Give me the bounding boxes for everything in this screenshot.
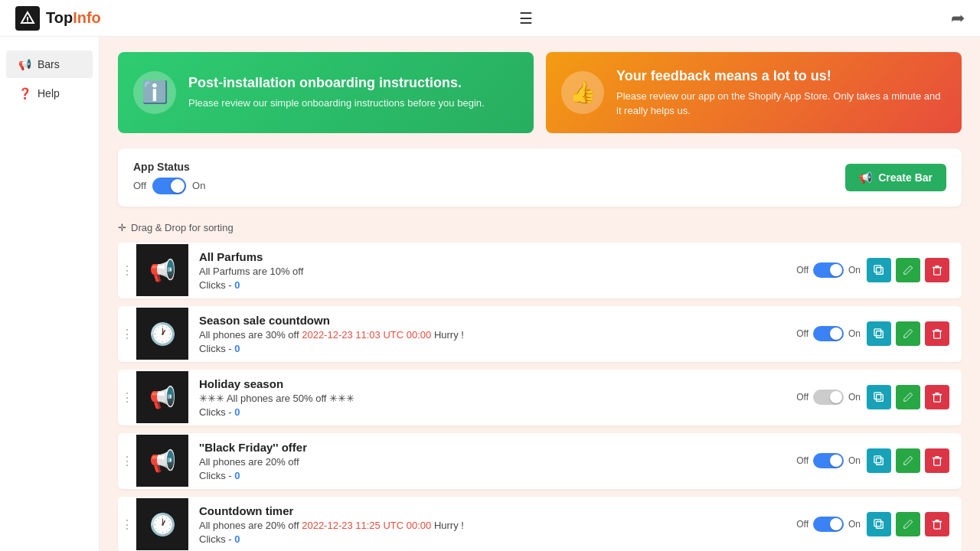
bar-off-label: Off — [796, 265, 808, 276]
drag-handle[interactable]: ⋮ — [118, 390, 136, 405]
bar-clicks: Clicks - 0 — [199, 533, 773, 545]
bar-on-label: On — [848, 455, 861, 466]
svg-rect-1 — [27, 17, 28, 21]
action-buttons — [867, 321, 949, 346]
bar-description: All phones are 20% off — [199, 456, 773, 468]
sidebar-item-help[interactable]: ❓ Help — [6, 80, 93, 107]
clicks-label: Clicks — [199, 470, 226, 481]
bar-toggle-black-friday[interactable] — [813, 453, 844, 468]
copy-button[interactable] — [867, 321, 891, 346]
logout-icon[interactable]: ➦ — [951, 8, 965, 28]
edit-button[interactable] — [896, 258, 920, 282]
hamburger-icon[interactable]: ☰ — [519, 9, 533, 28]
bar-clicks: Clicks - 0 — [199, 279, 773, 291]
bar-item: ⋮ 📢 Holiday season ✳✳✳ All phones are 50… — [118, 370, 962, 425]
svg-rect-19 — [877, 522, 884, 529]
drag-handle[interactable]: ⋮ — [118, 517, 136, 532]
bars-icon: 📢 — [18, 58, 31, 70]
clicks-label: Clicks — [199, 533, 226, 545]
toggle-row: Off On — [133, 178, 205, 194]
delete-button[interactable] — [925, 512, 949, 536]
feedback-icon: 👍 — [561, 71, 604, 114]
logo-text: TopInfo — [46, 9, 101, 27]
action-buttons — [867, 385, 949, 409]
bar-clicks: Clicks - 0 — [199, 343, 773, 354]
app-status-toggle[interactable] — [152, 178, 186, 194]
bar-toggle-season-sale[interactable] — [813, 326, 844, 341]
bar-description: ✳✳✳ All phones are 50% off ✳✳✳ — [199, 393, 773, 404]
bar-toggle-row: Off On — [796, 390, 861, 405]
bar-clicks: Clicks - 0 — [199, 406, 773, 418]
bar-info: All Parfums All Parfums are 10% off Clic… — [188, 243, 784, 298]
bar-toggle-holiday-season[interactable] — [813, 390, 844, 405]
delete-button[interactable] — [925, 321, 949, 346]
status-left: App Status Off On — [133, 161, 205, 194]
bar-item: ⋮ 📢 All Parfums All Parfums are 10% off … — [118, 243, 962, 298]
clicks-label: Clicks — [199, 343, 226, 354]
feedback-text: Your feedback means a lot to us! Please … — [616, 67, 946, 118]
copy-button[interactable] — [867, 258, 891, 282]
drag-handle[interactable]: ⋮ — [118, 327, 136, 341]
feedback-banner[interactable]: 👍 Your feedback means a lot to us! Pleas… — [546, 52, 962, 133]
bar-on-label: On — [848, 328, 861, 339]
bar-list: ⋮ 📢 All Parfums All Parfums are 10% off … — [118, 243, 962, 551]
logo-icon — [15, 6, 40, 31]
bar-off-label: Off — [796, 455, 808, 466]
svg-rect-2 — [27, 21, 28, 23]
bar-actions: Off On — [784, 448, 962, 473]
copy-button[interactable] — [867, 512, 891, 536]
delete-button[interactable] — [925, 448, 949, 473]
bar-description: All phones are 20% off 2022-12-23 11:25 … — [199, 520, 773, 531]
delete-button[interactable] — [925, 258, 949, 282]
clicks-label: Clicks — [199, 406, 226, 418]
bar-toggle-countdown-timer[interactable] — [813, 517, 844, 532]
status-title: App Status — [133, 161, 205, 173]
action-buttons — [867, 448, 949, 473]
main-content: ℹ️ Post-installation onboarding instruct… — [100, 37, 980, 551]
bar-on-label: On — [848, 392, 861, 403]
edit-button[interactable] — [896, 321, 920, 346]
bar-thumb: 📢 — [136, 435, 188, 487]
onboarding-banner[interactable]: ℹ️ Post-installation onboarding instruct… — [118, 52, 534, 133]
edit-button[interactable] — [896, 512, 920, 536]
sidebar-item-bars[interactable]: 📢 Bars — [6, 51, 93, 78]
help-icon: ❓ — [18, 87, 31, 99]
onboarding-icon: ℹ️ — [133, 71, 176, 114]
feedback-title: Your feedback means a lot to us! — [616, 67, 946, 85]
svg-rect-11 — [877, 395, 884, 402]
edit-button[interactable] — [896, 448, 920, 473]
bar-thumb: 📢 — [136, 371, 188, 423]
drag-handle[interactable]: ⋮ — [118, 263, 136, 278]
drag-hint-text: Drag & Drop for sorting — [131, 222, 234, 233]
bar-name: Countdown timer — [199, 504, 773, 517]
bar-off-label: Off — [796, 519, 808, 530]
bar-countdown: 2022-12-23 11:03 UTC 00:00 — [302, 329, 431, 341]
bar-toggle-all-parfums[interactable] — [813, 262, 844, 278]
click-count: 0 — [234, 470, 240, 481]
delete-button[interactable] — [925, 385, 949, 409]
bar-thumb: 🕐 — [136, 498, 188, 550]
bar-desc-text: All phones are 20% off — [199, 456, 299, 468]
bar-actions: Off On — [784, 258, 962, 282]
copy-button[interactable] — [867, 385, 891, 409]
onboarding-title: Post-installation onboarding instruction… — [188, 74, 485, 92]
bar-info: Season sale countdown All phones are 30%… — [188, 306, 784, 362]
copy-button[interactable] — [867, 448, 891, 473]
app-status-bar: App Status Off On 📢 Create Bar — [118, 148, 962, 207]
bar-item: ⋮ 📢 ''Black Friday'' offer All phones ar… — [118, 433, 962, 489]
bar-info: ''Black Friday'' offer All phones are 20… — [188, 433, 784, 489]
create-bar-button[interactable]: 📢 Create Bar — [845, 164, 946, 191]
sidebar-item-help-label: Help — [38, 87, 60, 99]
drag-icon: ✛ — [118, 222, 126, 233]
svg-rect-21 — [934, 522, 941, 530]
click-count: 0 — [234, 279, 240, 291]
action-buttons — [867, 512, 949, 536]
click-count: 0 — [234, 343, 240, 354]
bar-desc-text: ✳✳✳ All phones are 50% off ✳✳✳ — [199, 393, 354, 404]
create-bar-label: Create Bar — [878, 171, 933, 184]
bar-name: ''Black Friday'' offer — [199, 441, 773, 454]
drag-handle[interactable]: ⋮ — [118, 454, 136, 468]
edit-button[interactable] — [896, 385, 920, 409]
svg-rect-16 — [874, 456, 881, 463]
bar-desc-text: All Parfums are 10% off — [199, 266, 303, 277]
